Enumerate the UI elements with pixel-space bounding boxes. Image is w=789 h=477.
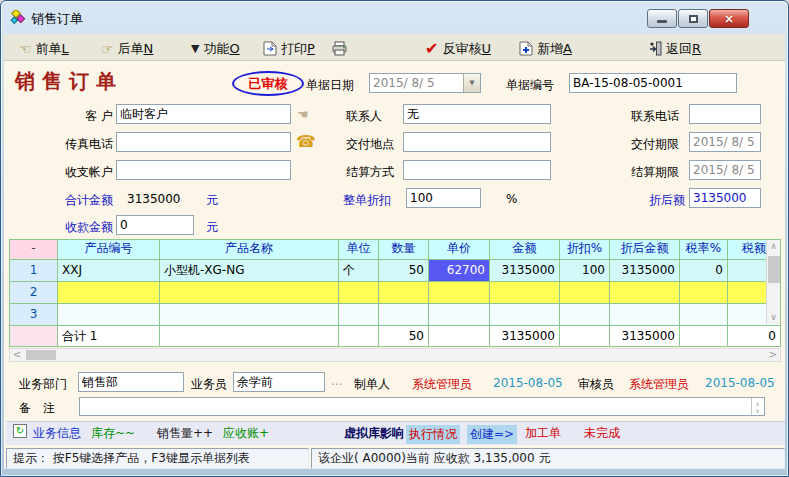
minimize-button[interactable] (647, 9, 677, 28)
doc-date-combo[interactable]: 2015/ 8/ 5 ▼ (369, 73, 481, 93)
order-discount-input[interactable] (406, 188, 481, 208)
inventory-link[interactable]: 库存~~ (91, 425, 135, 442)
prev-order-button[interactable]: ☜ 前单L (19, 38, 69, 59)
delivery-place-label: 交付地点 (346, 136, 394, 153)
dept-input[interactable] (78, 372, 184, 392)
total-empty-cell (680, 326, 728, 347)
business-info-link[interactable]: 业务信息 (33, 425, 81, 442)
spin-up-icon[interactable]: ∧ (755, 400, 759, 407)
row-number-cell[interactable]: 1 (10, 260, 58, 282)
doc-no-input[interactable] (569, 73, 737, 93)
row-number-cell[interactable]: 2 (10, 282, 58, 304)
discounted-cell[interactable] (610, 282, 680, 304)
product-name-cell[interactable] (160, 304, 339, 326)
total-empty-cell (160, 326, 339, 347)
scroll-up-icon[interactable]: ∧ (767, 240, 780, 253)
execution-status-button[interactable]: 执行情况 (406, 425, 460, 444)
unit-cell[interactable] (339, 304, 379, 326)
settle-due-label: 结算期限 (631, 164, 679, 181)
row-number-cell[interactable]: 3 (10, 304, 58, 326)
price-cell[interactable] (429, 282, 490, 304)
close-button[interactable]: × (709, 9, 749, 28)
discounted-cell[interactable]: 3135000 (610, 260, 680, 282)
salesman-input[interactable] (233, 372, 325, 392)
price-cell-selected[interactable]: 62700 (429, 260, 490, 282)
amount-cell[interactable]: 3135000 (490, 260, 560, 282)
price-cell[interactable] (429, 304, 490, 326)
table-horizontal-scrollbar[interactable]: < > (9, 348, 781, 362)
discount-cell[interactable] (560, 282, 610, 304)
functions-button[interactable]: ▼ 功能O (191, 38, 240, 59)
printer-button[interactable] (331, 38, 348, 59)
table-vertical-scrollbar[interactable]: ∧ ∨ (766, 240, 780, 324)
product-code-cell[interactable] (58, 304, 160, 326)
remark-spinner[interactable]: ∧ ∨ (751, 398, 763, 415)
taxrate-cell[interactable] (680, 304, 728, 326)
customer-label: 客 户 (41, 108, 113, 125)
unaudit-button[interactable]: ✔ 反审核U (425, 38, 491, 59)
delivery-place-input[interactable] (403, 132, 551, 152)
salesman-picker-button[interactable]: ... (331, 374, 342, 388)
statusbar-receivables: 该企业( A0000)当前 应收款 3,135,000 元 (311, 448, 785, 469)
customer-input[interactable] (116, 104, 291, 124)
scroll-right-icon[interactable]: > (766, 349, 780, 361)
discounted-amount-input[interactable] (689, 188, 761, 208)
unit-cell[interactable]: 个 (339, 260, 379, 282)
refresh-icon[interactable]: ↻ (13, 424, 27, 438)
taxrate-cell[interactable] (680, 282, 728, 304)
scroll-left-icon[interactable]: < (10, 349, 24, 361)
settle-due-input[interactable] (689, 160, 761, 180)
phone-icon[interactable]: ☎ (296, 132, 316, 151)
product-code-cell[interactable]: XXJ (58, 260, 160, 282)
col-header-taxrate: 税率% (680, 240, 728, 260)
print-button[interactable]: 打印P (263, 38, 315, 59)
qty-cell[interactable]: 50 (379, 260, 429, 282)
receivables-link[interactable]: 应收账+ (223, 425, 269, 442)
scroll-down-icon[interactable]: ∨ (767, 311, 780, 324)
product-name-cell[interactable] (160, 282, 339, 304)
print-page-icon (263, 41, 277, 56)
doc-date-value: 2015/ 8/ 5 (370, 74, 463, 92)
fax-input[interactable] (116, 132, 291, 152)
contact-phone-input[interactable] (689, 104, 761, 124)
unaudit-label: 反审核 (442, 41, 481, 56)
doc-date-dropdown-icon[interactable]: ▼ (463, 74, 480, 92)
return-button[interactable]: 返回R (648, 38, 701, 59)
items-table: - 产品编号 产品名称 单位 数量 单价 金额 折扣% 折后金额 税率% 税额 … (9, 239, 781, 347)
received-amount-label: 收款金额 (41, 219, 113, 236)
remark-input[interactable] (79, 397, 765, 416)
unit-cell[interactable] (339, 282, 379, 304)
contact-input[interactable] (403, 104, 551, 124)
received-amount-input[interactable] (116, 215, 194, 235)
taxrate-cell[interactable]: 0 (680, 260, 728, 282)
create-button[interactable]: 创建=> (467, 425, 517, 444)
discount-cell[interactable]: 100 (560, 260, 610, 282)
qty-cell[interactable] (379, 304, 429, 326)
amount-cell[interactable] (490, 304, 560, 326)
account-input[interactable] (116, 160, 291, 180)
printer-icon (331, 41, 348, 56)
maximize-button[interactable] (678, 9, 708, 28)
product-name-cell[interactable]: 小型机-XG-NG (160, 260, 339, 282)
delivery-due-label: 交付期限 (631, 136, 679, 153)
spin-down-icon[interactable]: ∨ (755, 407, 759, 414)
amount-cell[interactable] (490, 282, 560, 304)
vertical-scroll-thumb[interactable] (768, 256, 780, 283)
product-code-cell[interactable] (58, 282, 160, 304)
settle-method-input[interactable] (403, 160, 551, 180)
horizontal-scroll-thumb[interactable] (26, 350, 56, 360)
work-order-link[interactable]: 加工单 (525, 425, 561, 442)
discounted-cell[interactable] (610, 304, 680, 326)
sales-volume-link[interactable]: 销售量++ (157, 425, 213, 442)
qty-cell[interactable] (379, 282, 429, 304)
discount-cell[interactable] (560, 304, 610, 326)
total-discounted-cell: 3135000 (610, 326, 680, 347)
col-header-mark: - (10, 240, 58, 260)
hand-cursor-icon[interactable]: ☚ (297, 107, 309, 122)
hand-left-icon: ☜ (19, 42, 32, 56)
creator-name: 系统管理员 (412, 376, 472, 393)
delivery-due-input[interactable] (689, 132, 761, 152)
total-amount-label: 合计金额 (41, 192, 113, 209)
add-new-button[interactable]: 新增A (519, 38, 572, 59)
next-order-button[interactable]: ☞ 后单N (101, 38, 153, 59)
